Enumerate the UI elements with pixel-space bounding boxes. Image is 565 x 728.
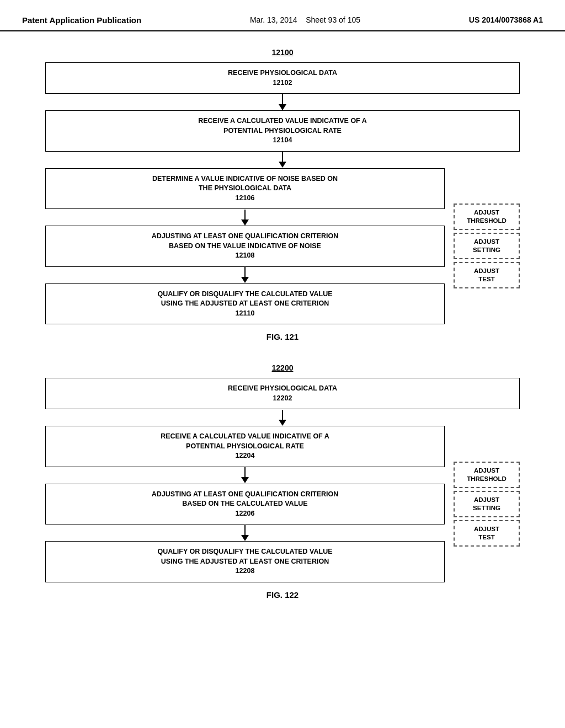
arrow-1 [45,94,520,110]
arrow-2 [45,152,520,168]
fig122-side-panel: ADJUSTTHRESHOLD ADJUSTSETTING ADJUSTTEST [454,426,520,582]
box-12202: RECEIVE PHYSIOLOGICAL DATA 12202 [45,378,520,409]
main-content: 12100 RECEIVE PHYSIOLOGICAL DATA 12102 R… [0,31,565,638]
header-patent-number: US 2014/0073868 A1 [469,15,543,24]
row-12204-side: RECEIVE A CALCULATED VALUE INDICATIVE OF… [45,426,520,582]
box-12106: DETERMINE A VALUE INDICATIVE OF NOISE BA… [45,168,445,210]
ref-12108: 12108 [55,251,435,261]
box-12102: RECEIVE PHYSIOLOGICAL DATA 12102 [45,62,520,94]
arrow-6 [45,467,445,484]
ref-12110: 12110 [55,309,435,319]
box-12108: ADJUSTING AT LEAST ONE QUALIFICATION CRI… [45,226,445,267]
ref-12106: 12106 [55,194,435,204]
adj-setting-2: ADJUSTSETTING [454,491,520,517]
fig121-diagram: 12100 RECEIVE PHYSIOLOGICAL DATA 12102 R… [45,48,520,341]
ref-12202: 12202 [55,394,510,404]
fig121-side-panel: ADJUSTTHRESHOLD ADJUSTSETTING ADJUSTTEST [454,168,520,325]
box-12110: QUALIFY OR DISQUALIFY THE CALCULATED VAL… [45,283,445,325]
ref-12102: 12102 [55,78,510,88]
arrow-7 [45,524,445,541]
adj-threshold-1: ADJUSTTHRESHOLD [454,204,520,230]
ref-12206: 12206 [55,509,435,519]
arrow-5 [45,409,520,426]
header-date-sheet: Mar. 13, 2014 Sheet 93 of 105 [250,15,360,24]
ref-12104: 12104 [55,136,510,146]
ref-12204: 12204 [55,451,435,461]
main-col-12204: RECEIVE A CALCULATED VALUE INDICATIVE OF… [45,426,445,582]
header-publication-label: Patent Application Publication [22,15,141,25]
box-12204: RECEIVE A CALCULATED VALUE INDICATIVE OF… [45,426,445,467]
fig122-diagram: 12200 RECEIVE PHYSIOLOGICAL DATA 12202 R… [45,363,520,599]
fig121-label: FIG. 121 [45,332,520,341]
arrow-3 [45,209,445,226]
box-12104: RECEIVE A CALCULATED VALUE INDICATIVE OF… [45,110,520,152]
ref-12208: 12208 [55,566,435,576]
row-12106-side: DETERMINE A VALUE INDICATIVE OF NOISE BA… [45,168,520,325]
adj-test-2: ADJUSTTEST [454,520,520,547]
page-header: Patent Application Publication Mar. 13, … [0,0,565,31]
fig122-title: 12200 [45,363,520,372]
box-12208: QUALIFY OR DISQUALIFY THE CALCULATED VAL… [45,541,445,582]
adj-threshold-2: ADJUSTTHRESHOLD [454,462,520,488]
adj-setting-1: ADJUSTSETTING [454,233,520,259]
arrow-4 [45,267,445,283]
fig122-label: FIG. 122 [45,590,520,599]
box-12206: ADJUSTING AT LEAST ONE QUALIFICATION CRI… [45,484,445,525]
main-col-12106: DETERMINE A VALUE INDICATIVE OF NOISE BA… [45,168,445,325]
fig121-title: 12100 [45,48,520,57]
adj-test-1: ADJUSTTEST [454,262,520,288]
